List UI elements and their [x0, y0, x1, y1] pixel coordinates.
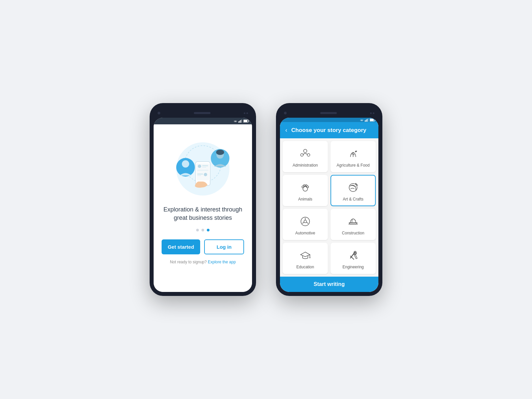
- administration-icon: [299, 147, 312, 160]
- dot-2: [201, 229, 204, 231]
- phone2-speaker: [320, 112, 337, 114]
- category-card-construction[interactable]: Construction: [331, 209, 376, 240]
- svg-point-38: [304, 185, 305, 187]
- category-card-engineering[interactable]: Engineering: [331, 243, 376, 274]
- category-card-artcrafts[interactable]: Art & Crafts: [331, 175, 376, 206]
- education-label: Education: [296, 265, 314, 269]
- svg-rect-0: [238, 121, 239, 123]
- svg-line-50: [352, 219, 352, 223]
- svg-rect-20: [197, 174, 203, 175]
- animals-icon: [299, 181, 312, 194]
- dot-3-active: [207, 229, 209, 231]
- dot-1: [196, 229, 199, 231]
- phone2-screen: ‹ Choose your story category: [280, 118, 378, 292]
- svg-line-46: [302, 222, 304, 224]
- phone2-notch: [280, 107, 378, 118]
- svg-rect-24: [366, 120, 366, 122]
- svg-rect-25: [367, 119, 367, 122]
- agriculture-icon: [346, 147, 360, 160]
- explore-app-link[interactable]: Explore the app: [208, 260, 236, 264]
- welcome-headline: Exploration & interest through great bus…: [162, 205, 244, 222]
- category-screen: ‹ Choose your story category: [280, 122, 378, 292]
- get-started-button[interactable]: Get started: [162, 239, 200, 254]
- svg-marker-51: [301, 252, 310, 257]
- category-card-animals[interactable]: Animals: [283, 175, 328, 206]
- administration-label: Administration: [293, 163, 318, 168]
- svg-rect-16: [202, 165, 208, 166]
- category-card-agriculture[interactable]: Agriculture & Food: [331, 141, 376, 172]
- dot1: [370, 112, 372, 114]
- construction-icon: [346, 215, 360, 228]
- pagination-dots: [196, 229, 209, 231]
- phone1-dots: [244, 112, 248, 114]
- automotive-icon: [299, 215, 312, 228]
- dot2: [373, 112, 374, 114]
- category-grid: Administration Agriculture & Food: [280, 138, 378, 277]
- education-icon: [299, 249, 312, 262]
- engineering-icon: [346, 249, 360, 262]
- svg-rect-21: [197, 175, 201, 176]
- svg-point-12: [216, 150, 224, 155]
- phone2-status-bar: [280, 118, 378, 122]
- svg-rect-3: [241, 119, 242, 123]
- svg-rect-26: [368, 118, 368, 122]
- category-header: ‹ Choose your story category: [280, 122, 378, 138]
- svg-line-32: [303, 154, 304, 155]
- svg-point-44: [304, 220, 307, 223]
- svg-rect-28: [370, 119, 374, 121]
- back-button[interactable]: ‹: [285, 127, 287, 134]
- svg-rect-23: [365, 120, 365, 122]
- svg-rect-5: [244, 120, 247, 122]
- engineering-label: Engineering: [342, 265, 364, 269]
- phone1-status-icons: [233, 119, 249, 123]
- category-card-automotive[interactable]: Automotive: [283, 209, 328, 240]
- svg-point-29: [304, 149, 307, 153]
- phone-1: Exploration & interest through great bus…: [150, 103, 256, 296]
- signup-prompt-text: Not ready to signup?: [170, 260, 207, 264]
- svg-point-19: [204, 173, 207, 176]
- start-writing-button[interactable]: Start writing: [280, 277, 378, 292]
- dot2: [246, 112, 248, 114]
- welcome-illustration: [170, 132, 236, 199]
- svg-point-53: [310, 257, 311, 258]
- category-screen-title: Choose your story category: [291, 127, 366, 134]
- svg-point-58: [354, 253, 356, 254]
- phone2-dots: [370, 112, 374, 114]
- phone1-notch: [154, 107, 252, 118]
- phone1-speaker: [194, 112, 210, 114]
- phone1-status-bar: [154, 118, 252, 124]
- phone1-screen: Exploration & interest through great bus…: [154, 118, 252, 292]
- phone2-camera: [284, 112, 287, 114]
- construction-label: Construction: [342, 231, 364, 235]
- svg-point-31: [307, 154, 310, 156]
- login-button[interactable]: Log in: [204, 239, 244, 254]
- svg-rect-18: [197, 170, 208, 171]
- svg-point-15: [198, 165, 201, 168]
- agriculture-label: Agriculture & Food: [336, 163, 369, 168]
- welcome-screen: Exploration & interest through great bus…: [154, 124, 252, 292]
- category-card-administration[interactable]: Administration: [283, 141, 328, 172]
- artcrafts-label: Art & Crafts: [343, 197, 363, 201]
- phone-2: ‹ Choose your story category: [276, 103, 382, 296]
- svg-rect-17: [202, 167, 206, 168]
- svg-line-47: [307, 222, 309, 224]
- svg-rect-1: [239, 121, 240, 123]
- svg-point-9: [182, 160, 189, 168]
- svg-point-39: [306, 185, 307, 187]
- phone1-camera: [158, 112, 160, 114]
- animals-label: Animals: [298, 197, 313, 201]
- svg-point-30: [301, 154, 303, 156]
- dot1: [244, 112, 245, 114]
- svg-line-33: [307, 154, 307, 155]
- svg-point-42: [355, 183, 356, 184]
- category-card-education[interactable]: Education: [283, 243, 328, 274]
- welcome-buttons: Get started Log in: [162, 239, 244, 254]
- phone2-status-icons: [360, 118, 376, 122]
- artcrafts-icon: [346, 181, 360, 194]
- automotive-label: Automotive: [295, 231, 315, 235]
- svg-rect-2: [240, 120, 241, 123]
- signup-prompt: Not ready to signup? Explore the app: [170, 260, 236, 264]
